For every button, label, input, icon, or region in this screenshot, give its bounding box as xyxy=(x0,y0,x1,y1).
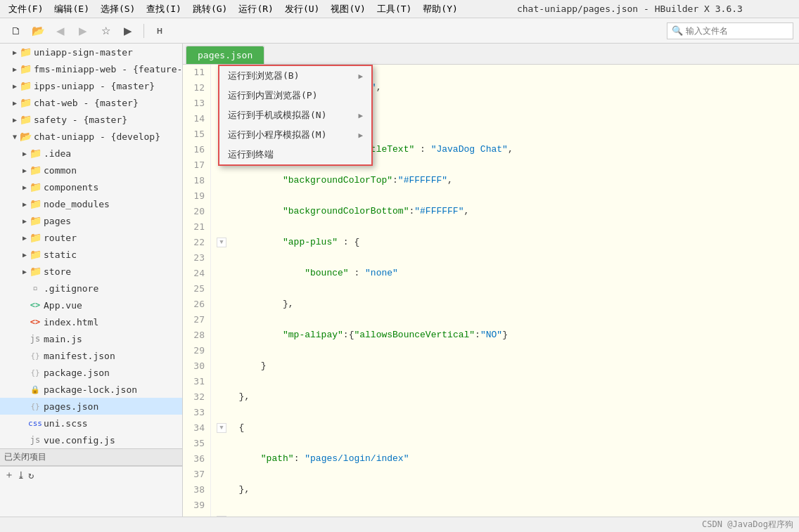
sidebar-item-common[interactable]: ▶ 📁 common xyxy=(0,162,182,179)
sidebar-item-pages[interactable]: ▶ 📁 pages xyxy=(0,212,182,229)
menu-run[interactable]: 运行(R) xyxy=(233,1,279,17)
file-label: index.html xyxy=(44,317,98,327)
code-line-15: "backgroundColorBottom":"#FFFFFF", xyxy=(217,204,793,219)
code-line-25: ▼ { xyxy=(217,513,793,517)
open-file-btn[interactable]: 📂 xyxy=(28,21,48,41)
run-to-terminal-item[interactable]: 运行到终端 xyxy=(219,145,371,164)
code-line-16: ▼ "app-plus" : { xyxy=(217,235,793,250)
run-to-browser-item[interactable]: 运行到浏览器(B) ▶ xyxy=(219,66,371,86)
sidebar-item-store[interactable]: ▶ 📁 store xyxy=(0,263,182,280)
sidebar-item-index-html[interactable]: ▶ <> index.html xyxy=(0,313,182,330)
forward-btn[interactable]: ▶ xyxy=(73,21,93,41)
menu-goto[interactable]: 跳转(G) xyxy=(187,1,233,17)
folder-icon: 📁 xyxy=(20,97,31,108)
file-label: manifest.json xyxy=(44,351,115,361)
arrow-icon: ▶ xyxy=(20,165,30,175)
lock-icon: 🔒 xyxy=(30,384,41,395)
run-btn[interactable]: ▶ xyxy=(118,21,138,41)
collapse-btn-22[interactable]: ▼ xyxy=(217,423,226,433)
menu-tools[interactable]: 工具(T) xyxy=(371,1,417,17)
collapse-btn-25[interactable]: ▼ xyxy=(217,516,226,517)
sidebar-item-vue-config[interactable]: ▶ js vue.config.js xyxy=(0,432,182,448)
sidebar-item-main-js[interactable]: ▶ js main.js xyxy=(0,330,182,347)
menu-file[interactable]: 文件(F) xyxy=(3,1,49,17)
folder-icon: 📁 xyxy=(20,63,31,74)
refresh-btn[interactable]: ↻ xyxy=(28,469,34,481)
json-icon: {} xyxy=(30,367,41,378)
arrow-icon: ▶ xyxy=(10,47,20,57)
folder-open-icon: 📂 xyxy=(20,131,31,142)
menu-find[interactable]: 查找(I) xyxy=(141,1,186,17)
code-line-18: }, xyxy=(217,297,793,312)
vue-icon: <> xyxy=(30,299,41,311)
menu-publish[interactable]: 发行(U) xyxy=(279,1,325,17)
closed-projects-footer: ＋ ⤓ ↻ xyxy=(0,466,182,484)
run-to-browser-label: 运行到浏览器(B) xyxy=(228,70,299,82)
menu-view[interactable]: 视图(V) xyxy=(325,1,371,17)
file-label: vue.config.js xyxy=(44,435,115,446)
sidebar-item-package-lock[interactable]: ▶ 🔒 package-lock.json xyxy=(0,381,182,398)
sidebar-item-node-modules[interactable]: ▶ 📁 node_modules xyxy=(0,195,182,212)
html-icon: <> xyxy=(30,316,41,327)
folder-icon: 📁 xyxy=(20,46,31,58)
run-to-device-item[interactable]: 运行到手机或模拟器(N) ▶ xyxy=(219,105,371,125)
folder-icon: 📁 xyxy=(20,80,31,91)
sidebar-item-gitignore[interactable]: ▶ ▫ .gitignore xyxy=(0,280,182,297)
hbuilder-btn[interactable]: H xyxy=(150,21,170,41)
project-label: chat-uniapp - {develop} xyxy=(34,131,160,142)
sidebar-item-router[interactable]: ▶ 📁 router xyxy=(0,229,182,246)
file-label: pages.json xyxy=(44,401,98,412)
search-input[interactable] xyxy=(686,26,788,36)
sidebar-item-idea[interactable]: ▶ 📁 .idea xyxy=(0,145,182,162)
folder-icon: 📁 xyxy=(30,215,41,226)
folder-icon: 📁 xyxy=(20,114,31,125)
main-content: ▶ 📁 uniapp-sign-master ▶ 📁 fms-miniapp-w… xyxy=(0,44,799,517)
arrow-icon: ▶ xyxy=(20,216,30,226)
menu-edit[interactable]: 编辑(E) xyxy=(49,1,94,17)
run-to-miniapp-item[interactable]: 运行到小程序模拟器(M) ▶ xyxy=(219,125,371,145)
tab-pages-json[interactable]: pages.json xyxy=(186,46,264,64)
sidebar-item-safety[interactable]: ▶ 📁 safety - {master} xyxy=(0,111,182,128)
sidebar-item-chat-uniapp[interactable]: ▼ 📂 chat-uniapp - {develop} xyxy=(0,128,182,145)
sidebar-item-uni-scss[interactable]: ▶ css uni.scss xyxy=(0,415,182,432)
arrow-icon: ▶ xyxy=(20,182,30,192)
folder-icon: 📁 xyxy=(30,181,41,193)
sidebar-item-fms[interactable]: ▶ 📁 fms-miniapp-web - {feature-drhi-v... xyxy=(0,60,182,77)
arrow-icon: ▶ xyxy=(20,233,30,242)
editor-area: pages.json 11 12 13 14 15 16 17 18 19 20… xyxy=(183,44,799,517)
folder-label: store xyxy=(44,266,71,277)
sidebar-item-chat-web[interactable]: ▶ 📁 chat-web - {master} xyxy=(0,94,182,111)
sidebar-item-manifest[interactable]: ▶ {} manifest.json xyxy=(0,347,182,364)
json-active-icon: {} xyxy=(30,401,41,412)
statusbar: CSDN @JavaDog程序狗 xyxy=(0,517,799,532)
add-project-btn[interactable]: ＋ xyxy=(4,469,14,481)
sidebar-item-static[interactable]: ▶ 📁 static xyxy=(0,246,182,263)
sidebar-item-uniapp-sign[interactable]: ▶ 📁 uniapp-sign-master xyxy=(0,44,182,60)
js-icon: js xyxy=(30,333,41,344)
sidebar-item-app-vue[interactable]: ▶ <> App.vue xyxy=(0,297,182,313)
menu-help[interactable]: 帮助(Y) xyxy=(417,1,463,17)
new-file-btn[interactable]: 🗋 xyxy=(6,21,25,41)
sidebar-item-package-json[interactable]: ▶ {} package.json xyxy=(0,364,182,381)
sidebar-item-ipps[interactable]: ▶ 📁 ipps-uniapp - {master} xyxy=(0,77,182,94)
back-btn[interactable]: ◀ xyxy=(51,21,70,41)
bookmark-btn[interactable]: ☆ xyxy=(96,21,115,41)
run-to-builtin-label: 运行到内置浏览器(P) xyxy=(228,89,317,102)
code-line-22: ▼ { xyxy=(217,420,793,436)
file-label: package.json xyxy=(44,368,110,378)
file-icon: ▫ xyxy=(30,283,41,294)
arrow-icon: ▶ xyxy=(20,199,30,209)
collapse-btn-16[interactable]: ▼ xyxy=(217,238,226,247)
toolbar: 🗋 📂 ◀ ▶ ☆ ▶ H 🔍 xyxy=(0,18,799,44)
sidebar-item-components[interactable]: ▶ 📁 components xyxy=(0,179,182,195)
file-label: main.js xyxy=(44,334,82,344)
code-line-21: }, xyxy=(217,389,793,405)
folder-icon: 📁 xyxy=(30,249,41,260)
import-project-btn[interactable]: ⤓ xyxy=(17,469,25,481)
search-box: 🔍 xyxy=(667,22,793,39)
line-numbers: 11 12 13 14 15 16 17 18 19 20 21 22 23 2… xyxy=(183,65,211,517)
sidebar-item-pages-json[interactable]: ▶ {} pages.json xyxy=(0,398,182,415)
menu-select[interactable]: 选择(S) xyxy=(95,1,141,17)
run-to-builtin-browser-item[interactable]: 运行到内置浏览器(P) xyxy=(219,86,371,105)
code-line-23: "path": "pages/login/index" xyxy=(217,451,793,467)
